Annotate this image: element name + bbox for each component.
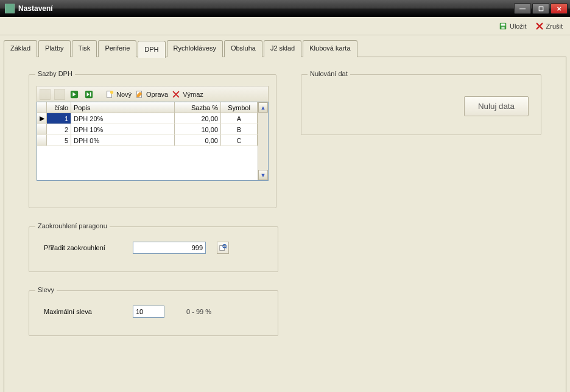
table-row[interactable]: 5DPH 0%0,00C xyxy=(37,135,258,146)
group-zaokrouhleni: Zaokrouhlení paragonu Přiřadit zaokrouhl… xyxy=(29,226,278,272)
maximize-button[interactable]: ☐ xyxy=(532,3,549,14)
lookup-button[interactable] xyxy=(217,242,229,254)
window-title: Nastavení xyxy=(18,4,514,13)
novy-label: Nový xyxy=(116,91,132,98)
col-symbol[interactable]: Symbol xyxy=(221,102,258,113)
max-sleva-input[interactable] xyxy=(133,306,164,318)
scroll-down-icon[interactable]: ▼ xyxy=(258,170,268,180)
priradit-label: Přiřadit zaokrouhlení xyxy=(44,244,122,251)
edit-icon xyxy=(135,90,144,99)
save-label: Uložit xyxy=(510,23,527,30)
cancel-button[interactable]: Zrušit xyxy=(535,22,563,30)
save-icon xyxy=(499,22,507,30)
group-nulovani-legend: Nulování dat xyxy=(308,70,350,77)
group-slevy: Slevy Maximální sleva 0 - 99 % xyxy=(29,290,278,336)
svg-rect-9 xyxy=(220,246,225,251)
nav-next-button[interactable] xyxy=(69,89,80,100)
group-sazby-dph: Sazby DPH Nový Oprava xyxy=(29,74,276,208)
tab-klubová-karta[interactable]: Klubová karta xyxy=(303,40,357,57)
close-button[interactable]: ✕ xyxy=(551,3,568,14)
zaokrouhleni-input[interactable] xyxy=(133,242,206,254)
cancel-icon xyxy=(535,22,544,30)
scroll-up-icon[interactable]: ▲ xyxy=(258,102,268,113)
svg-point-7 xyxy=(110,90,113,93)
oprava-label: Oprava xyxy=(146,91,168,98)
tab-panel-dph: Sazby DPH Nový Oprava xyxy=(4,57,566,392)
window-buttons: — ☐ ✕ xyxy=(514,3,568,14)
col-popis[interactable]: Popis xyxy=(71,102,175,113)
tab-dph[interactable]: DPH xyxy=(138,41,165,58)
grid-toolbar: Nový Oprava Výmaz xyxy=(37,86,269,102)
max-sleva-hint: 0 - 99 % xyxy=(186,308,211,315)
top-toolbar: Uložit Zrušit xyxy=(0,17,570,35)
tab-periferie[interactable]: Periferie xyxy=(98,40,136,57)
lookup-icon xyxy=(219,243,227,252)
tab-platby[interactable]: Platby xyxy=(38,40,71,57)
svg-rect-5 xyxy=(90,92,91,96)
tab-strip: ZákladPlatbyTiskPeriferieDPHRychlokláves… xyxy=(4,40,570,57)
tab-základ[interactable]: Základ xyxy=(4,40,37,57)
vat-grid[interactable]: číslo Popis Sazba % Symbol ▶1DPH 20%20,0… xyxy=(37,102,269,181)
group-slevy-legend: Slevy xyxy=(35,286,57,293)
grid-header: číslo Popis Sazba % Symbol xyxy=(37,102,258,113)
titlebar: Nastavení — ☐ ✕ xyxy=(0,0,570,17)
arrow-right-icon xyxy=(70,90,79,99)
tab-tisk[interactable]: Tisk xyxy=(72,40,97,57)
grid-scrollbar[interactable]: ▲ ▼ xyxy=(258,102,268,180)
nav-first-button[interactable] xyxy=(40,89,51,100)
table-row[interactable]: 2DPH 10%10,00B xyxy=(37,124,258,135)
save-button[interactable]: Uložit xyxy=(499,22,527,30)
cancel-label: Zrušit xyxy=(546,23,563,30)
nav-prev-button[interactable] xyxy=(54,89,65,100)
oprava-button[interactable]: Oprava xyxy=(135,90,168,99)
novy-button[interactable]: Nový xyxy=(105,90,132,99)
new-icon xyxy=(105,90,114,99)
vymaz-button[interactable]: Výmaz xyxy=(172,90,203,99)
arrow-last-icon xyxy=(85,90,93,99)
col-sazba[interactable]: Sazba % xyxy=(175,102,221,113)
svg-line-11 xyxy=(225,247,227,248)
group-sazby-legend: Sazby DPH xyxy=(35,70,75,77)
vymaz-label: Výmaz xyxy=(183,91,203,98)
tab-obsluha[interactable]: Obsluha xyxy=(224,40,262,57)
table-row[interactable]: ▶1DPH 20%20,00A xyxy=(37,113,258,124)
delete-icon xyxy=(172,90,180,99)
nuluj-data-button[interactable]: Nuluj data xyxy=(464,96,529,116)
svg-rect-1 xyxy=(501,23,505,26)
nav-last-button[interactable] xyxy=(83,89,94,100)
tab-rychloklávesy[interactable]: Rychloklávesy xyxy=(167,40,223,57)
tab-j2-sklad[interactable]: J2 sklad xyxy=(264,40,301,57)
app-icon xyxy=(5,4,15,13)
max-sleva-label: Maximální sleva xyxy=(44,308,122,315)
col-cislo[interactable]: číslo xyxy=(47,102,71,113)
svg-rect-2 xyxy=(501,26,504,29)
minimize-button[interactable]: — xyxy=(514,3,531,14)
group-zaokrouhleni-legend: Zaokrouhlení paragonu xyxy=(35,222,110,229)
group-nulovani: Nulování dat Nuluj data xyxy=(301,74,541,135)
